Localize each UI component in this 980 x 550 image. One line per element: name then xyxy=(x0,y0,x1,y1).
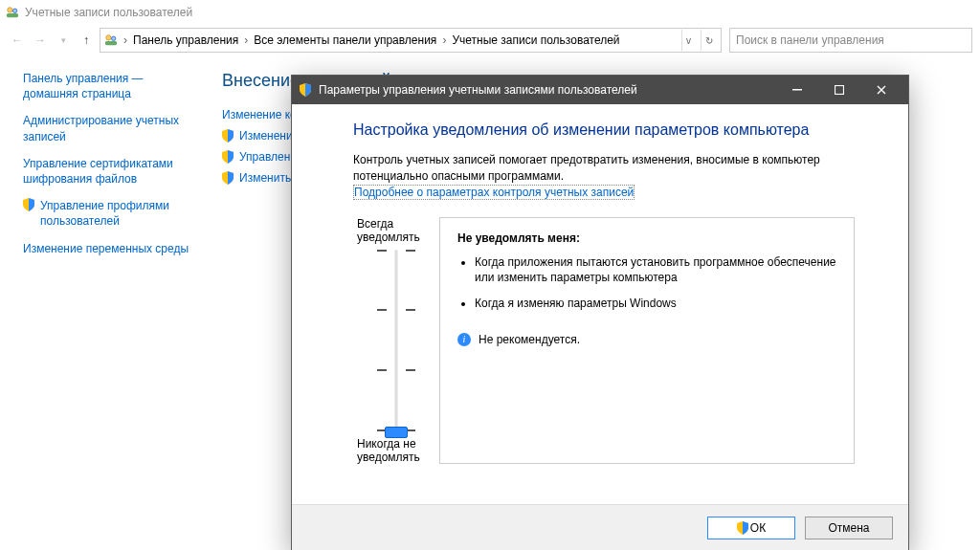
breadcrumb-1[interactable]: Все элементы панели управления xyxy=(250,33,440,47)
sidebar-link-home[interactable]: Панель управления — домашняя страница xyxy=(23,71,195,101)
sidebar-link-env[interactable]: Изменение переменных среды xyxy=(23,241,195,256)
cancel-button[interactable]: Отмена xyxy=(805,517,893,539)
uac-level-description: Не уведомлять меня: Когда приложения пыт… xyxy=(439,217,855,464)
svg-point-3 xyxy=(106,35,111,40)
shield-icon xyxy=(737,521,748,535)
shield-icon xyxy=(300,83,311,97)
maximize-button[interactable] xyxy=(818,76,860,104)
cp-window-title: Учетные записи пользователей xyxy=(25,6,192,19)
breadcrumb-sep[interactable]: › xyxy=(122,33,129,47)
dialog-paragraph: Контроль учетных записей помогает предот… xyxy=(353,152,855,185)
breadcrumb-2[interactable]: Учетные записи пользователей xyxy=(448,33,623,47)
uac-slider[interactable] xyxy=(377,250,415,431)
shield-icon xyxy=(222,171,234,185)
slider-label-bottom: Никогда не уведомлять xyxy=(353,437,439,464)
svg-point-1 xyxy=(12,9,16,12)
desc-item: Когда я изменяю параметры Windows xyxy=(475,296,836,312)
sidebar-link-admin[interactable]: Администрирование учетных записей xyxy=(23,113,195,143)
svg-rect-2 xyxy=(7,13,18,17)
svg-point-4 xyxy=(111,36,115,40)
breadcrumb-sep[interactable]: › xyxy=(242,33,250,47)
not-recommended-text: Не рекомендуется. xyxy=(479,333,580,346)
nav-up-button[interactable]: ↑ xyxy=(77,31,96,50)
breadcrumb-sep[interactable]: › xyxy=(440,33,448,47)
slider-label-top: Всегда уведомлять xyxy=(353,217,439,244)
more-info-link[interactable]: Подробнее о параметрах контроля учетных … xyxy=(353,185,635,200)
svg-rect-6 xyxy=(792,89,802,91)
desc-item: Когда приложения пытаются установить про… xyxy=(475,254,836,287)
slider-track xyxy=(395,250,398,431)
slider-thumb[interactable] xyxy=(385,427,408,438)
ok-button[interactable]: ОК xyxy=(707,517,795,539)
shield-icon xyxy=(222,129,234,143)
nav-back-button[interactable]: ← xyxy=(8,31,27,50)
user-accounts-icon xyxy=(6,6,19,19)
breadcrumb-bar[interactable]: › Панель управления › Все элементы панел… xyxy=(100,28,722,53)
minimize-button[interactable] xyxy=(776,76,818,104)
sidebar-link-certs[interactable]: Управление сертификатами шифрования файл… xyxy=(23,156,195,187)
cp-sidebar: Панель управления — домашняя страница Ад… xyxy=(23,71,195,268)
shield-icon xyxy=(222,150,234,164)
desc-heading: Не уведомлять меня: xyxy=(457,231,836,245)
cp-window-titlebar: Учетные записи пользователей xyxy=(0,0,980,25)
breadcrumb-icon xyxy=(104,33,118,47)
shield-icon xyxy=(23,198,34,211)
close-button[interactable] xyxy=(860,76,902,104)
nav-forward-button[interactable]: → xyxy=(31,31,50,50)
dialog-title: Параметры управления учетными записями п… xyxy=(315,83,776,97)
cp-nav-bar: ← → ▾ ↑ › Панель управления › Все элемен… xyxy=(0,25,980,55)
dialog-titlebar[interactable]: Параметры управления учетными записями п… xyxy=(292,76,908,104)
svg-rect-5 xyxy=(105,41,117,45)
uac-settings-dialog: Параметры управления учетными записями п… xyxy=(291,75,909,550)
search-input[interactable]: Поиск в панели управления xyxy=(729,28,972,53)
dialog-heading: Настройка уведомления об изменении парам… xyxy=(353,121,855,139)
breadcrumb-0[interactable]: Панель управления xyxy=(129,33,242,47)
addressbar-refresh[interactable]: ↻ xyxy=(701,30,717,51)
info-icon: i xyxy=(457,333,471,346)
dialog-footer: ОК Отмена xyxy=(292,504,908,550)
sidebar-link-profiles[interactable]: Управление профилями пользователей xyxy=(23,198,195,229)
svg-rect-7 xyxy=(835,86,844,95)
nav-recent-dropdown[interactable]: ▾ xyxy=(54,31,73,50)
search-placeholder: Поиск в панели управления xyxy=(736,33,884,47)
svg-point-0 xyxy=(8,8,12,12)
addressbar-dropdown[interactable]: v xyxy=(681,30,695,51)
